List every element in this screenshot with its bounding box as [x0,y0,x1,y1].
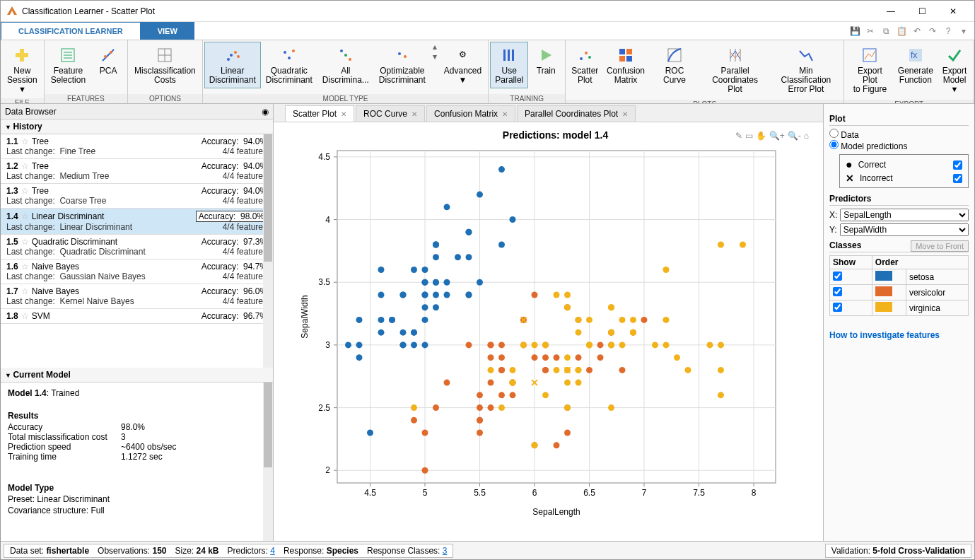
correct-checkbox[interactable] [953,161,962,170]
plot-options-panel: Plot Data Model predictions ●Correct ✕In… [823,104,974,541]
roc-curve-button[interactable]: ROC Curve [649,42,701,88]
paste-icon[interactable]: 📋 [895,25,908,37]
svg-point-184 [564,304,571,310]
export-model-button[interactable]: Export Model ▼ [937,42,972,97]
confusion-matrix-button[interactable]: Confusion Matrix [602,42,648,88]
svg-point-20 [398,52,401,55]
svg-point-6 [110,51,112,54]
panel-menu-icon[interactable]: ◉ [262,107,269,117]
svg-point-202 [718,392,724,398]
copy-icon[interactable]: ⧉ [880,25,892,37]
tab-roc-curve[interactable]: ROC Curve✕ [356,105,425,122]
radio-data[interactable]: Data [829,130,859,140]
tab-view[interactable]: VIEW [141,22,194,40]
check-icon [945,45,964,65]
svg-point-134 [422,304,428,310]
svg-point-100 [498,166,505,173]
class-checkbox[interactable] [833,303,842,312]
history-item[interactable]: 1.7 ☆ Naive BayesAccuracy: 96.0%Last cha… [1,284,273,309]
svg-point-228 [608,304,614,310]
class-checkbox[interactable] [833,287,842,296]
svg-point-196 [619,342,626,348]
linear-discriminant-button[interactable]: Linear Discriminant [204,42,261,88]
feature-selection-button[interactable]: Feature Selection [46,42,91,88]
datatip-icon[interactable]: ▭ [745,131,753,141]
svg-point-161 [619,367,626,373]
svg-point-138 [477,430,483,436]
history-item[interactable]: 1.1 ☆ TreeAccuracy: 94.0%Last change: Fi… [1,134,273,159]
zoomout-icon[interactable]: 🔍- [788,131,801,141]
class-checkbox[interactable] [833,272,842,281]
history-header[interactable]: History [1,119,273,134]
maximize-button[interactable]: ☐ [906,1,938,22]
zoomin-icon[interactable]: 🔍+ [769,131,785,141]
home-icon[interactable]: ⌂ [804,131,809,141]
svg-rect-32 [626,56,632,62]
current-model-header[interactable]: Current Model [1,368,273,383]
history-item[interactable]: 1.4 ☆ Linear DiscriminantAccuracy: 98.0%… [1,209,273,235]
pan-icon[interactable]: ✋ [756,131,766,141]
move-to-front-button[interactable]: Move to Front [911,240,969,252]
svg-point-27 [585,52,588,54]
cut-icon[interactable]: ✂ [864,25,877,37]
new-session-button[interactable]: New Session ▼ [2,42,42,97]
scatter-chart[interactable]: 4.555.566.577.5822.533.544.5SepalLengthS… [295,144,790,525]
history-item[interactable]: 1.5 ☆ Quadratic DiscriminantAccuracy: 97… [1,235,273,259]
redo-icon[interactable]: ↷ [926,25,939,37]
help-link[interactable]: How to investigate features [829,330,969,340]
response-classes-link[interactable]: 3 [443,546,448,556]
svg-point-160 [597,342,604,348]
minimize-button[interactable]: — [875,1,906,22]
export-plot-button[interactable]: Export Plot to Figure [846,42,894,98]
svg-point-135 [641,317,648,323]
close-icon[interactable]: ✕ [341,110,346,118]
classes-table: ShowOrder setosa versicolor virginica [829,255,969,316]
help-tab-icon[interactable]: ? [942,25,954,37]
history-scrollbar[interactable] [263,134,273,368]
close-button[interactable]: ✕ [938,1,969,22]
quadratic-discriminant-button[interactable]: Quadratic Discriminant [261,42,317,88]
current-scrollbar[interactable] [263,383,273,541]
tab-classification-learner[interactable]: CLASSIFICATION LEARNER [1,22,141,40]
class-row-virginica[interactable]: virginica [830,301,969,316]
tab-confusion-matrix[interactable]: Confusion Matrix✕ [426,105,515,122]
class-row-setosa[interactable]: setosa [830,269,969,285]
svg-point-103 [498,242,505,248]
radio-model-predictions[interactable]: Model predictions [829,141,907,151]
optimizable-discriminant-button[interactable]: Optimizable Discriminant [374,42,431,88]
advanced-button[interactable]: ⚙Advanced▼ [439,42,486,88]
title-bar: Classification Learner - Scatter Plot — … [1,1,974,22]
tab-parallel-coords[interactable]: Parallel Coordinates Plot✕ [517,105,636,122]
close-icon[interactable]: ✕ [502,110,508,118]
parallel-coords-button[interactable]: Parallel Coordinates Plot [700,42,769,98]
pca-button[interactable]: PCA [91,42,126,79]
save-icon[interactable]: 💾 [848,25,861,37]
arrow-icon[interactable]: ▾ [957,25,970,37]
history-item[interactable]: 1.8 ☆ SVMAccuracy: 96.7% [1,309,273,324]
svg-text:SepalWidth: SepalWidth [300,295,310,338]
y-predictor-select[interactable]: SepalWidth [840,223,969,236]
misclass-costs-button[interactable]: Misclassification Costs [129,42,201,88]
model-gallery-expand[interactable]: ▴▾ [431,42,439,62]
close-icon[interactable]: ✕ [411,110,417,118]
train-button[interactable]: Train [528,42,564,79]
undo-icon[interactable]: ↶ [911,25,923,37]
tab-scatter-plot[interactable]: Scatter Plot✕ [285,105,354,122]
history-item[interactable]: 1.3 ☆ TreeAccuracy: 94.0%Last change: Co… [1,184,273,209]
brush-icon[interactable]: ✎ [735,131,742,141]
min-class-error-button[interactable]: Min Classification Error Plot [770,42,843,98]
x-predictor-select[interactable]: SepalLength [840,209,969,221]
incorrect-checkbox[interactable] [953,174,962,183]
plot-toolbar: ✎ ▭ ✋ 🔍+ 🔍- ⌂ [735,131,809,141]
class-row-versicolor[interactable]: versicolor [830,285,969,301]
close-icon[interactable]: ✕ [622,110,628,118]
scatter-plot-button[interactable]: Scatter Plot [567,42,602,88]
use-parallel-button[interactable]: Use Parallel [490,42,528,88]
history-item[interactable]: 1.2 ☆ TreeAccuracy: 94.0%Last change: Me… [1,159,273,184]
all-discriminant-button[interactable]: All Discrimina... [317,42,374,88]
svg-point-89 [422,267,428,273]
predictors-link[interactable]: 4 [270,546,275,556]
generate-function-button[interactable]: fxGenerate Function [894,42,937,88]
svg-point-118 [477,192,483,198]
history-item[interactable]: 1.6 ☆ Naive BayesAccuracy: 94.7%Last cha… [1,259,273,284]
